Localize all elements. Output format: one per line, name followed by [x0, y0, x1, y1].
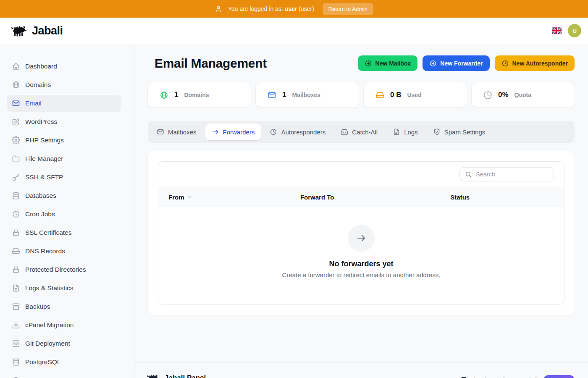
empty-state: No forwarders yet Create a forwarder to …: [158, 207, 564, 304]
empty-state-description: Create a forwarder to redirect emails to…: [282, 271, 441, 278]
edit-icon: [12, 118, 20, 126]
tab-spam-settings[interactable]: Spam Settings: [427, 123, 492, 140]
avatar[interactable]: U: [568, 24, 581, 37]
sidebar-item-git-deployment[interactable]: Git Deployment: [7, 335, 121, 352]
new-forwarder-button[interactable]: New Forwarder: [423, 55, 489, 71]
sidebar-item-label: Backups: [25, 303, 50, 310]
new-mailbox-button[interactable]: New Mailbox: [358, 55, 418, 71]
sidebar-item-label: cPanel Migration: [25, 321, 74, 329]
search-box: [459, 167, 554, 181]
stats-row: 1 Domains 1 Mailboxes 0 B Used 0% Quota: [148, 82, 575, 108]
sidebar-item-partial[interactable]: [7, 372, 121, 378]
sidebar-item-ssl-certificates[interactable]: SSL Certificates: [7, 224, 121, 241]
folder-icon: [12, 155, 20, 163]
column-header-status: Status: [440, 194, 564, 201]
footer-brand-name: Jabali Panel: [165, 374, 206, 378]
gear-icon: [12, 136, 20, 144]
sidebar-item-php-settings[interactable]: PHP Settings: [7, 132, 121, 149]
tab-catch-all[interactable]: Catch-All: [334, 123, 384, 140]
file-text-icon: [12, 284, 20, 292]
clock-icon: [501, 60, 509, 67]
column-header-from[interactable]: From: [158, 194, 290, 201]
sidebar-item-label: PostgreSQL: [25, 358, 60, 366]
tab-mailboxes[interactable]: Mailboxes: [150, 123, 203, 140]
sidebar-item-label: Git Deployment: [25, 340, 70, 347]
sidebar-item-postgresql[interactable]: PostgreSQL: [7, 354, 121, 370]
mail-icon: [268, 91, 276, 100]
file-text-icon: [393, 128, 400, 136]
sidebar-item-label: Protected Directories: [25, 266, 86, 273]
footer-right: GitHub · © 2026 Jabali v0.9-rc42: [460, 375, 575, 378]
tab-forwarders[interactable]: Forwarders: [205, 123, 261, 140]
boar-logo-icon: [146, 373, 160, 378]
globe-icon: [160, 91, 168, 100]
sidebar-item-label: DNS Records: [25, 247, 65, 255]
sidebar-item-label: PHP Settings: [25, 136, 64, 144]
sidebar-item-wordpress[interactable]: WordPress: [7, 113, 121, 130]
sidebar-item-label: Email: [25, 100, 42, 107]
sidebar-item-label: SSL Certificates: [25, 229, 72, 236]
brand-name: Jabali: [32, 24, 63, 37]
stat-label: Used: [407, 92, 421, 98]
tab-bar: Mailboxes Forwarders Autoresponders Catc…: [148, 121, 575, 143]
sidebar-item-email[interactable]: Email: [7, 95, 121, 112]
search-input[interactable]: [475, 171, 549, 178]
stat-card-mailboxes: 1 Mailboxes: [256, 82, 359, 108]
sidebar-item-ssh-sftp[interactable]: SSH & SFTP: [7, 169, 121, 186]
sidebar-item-label: File Manager: [25, 155, 63, 163]
sidebar-item-file-manager[interactable]: File Manager: [7, 150, 121, 167]
sidebar-item-label: Cron Jobs: [25, 210, 55, 218]
hard-drive-icon: [375, 91, 384, 100]
sidebar-item-logs-statistics[interactable]: Logs & Statistics: [7, 280, 121, 297]
login-message: You are logged in as: user (user): [228, 5, 314, 12]
sidebar-item-cpanel-migration[interactable]: cPanel Migration: [7, 317, 121, 333]
new-autoresponder-button[interactable]: New Autoresponder: [495, 55, 575, 71]
footer: Jabali Panel GitHub · © 2026 Jabali v0.9…: [134, 362, 588, 378]
sidebar-item-cron-jobs[interactable]: Cron Jobs: [7, 206, 121, 223]
sidebar-item-protected-directories[interactable]: Protected Directories: [7, 261, 121, 278]
key-icon: [12, 173, 20, 181]
mail-icon: [12, 99, 20, 108]
login-username: user: [285, 5, 297, 12]
stat-label: Mailboxes: [292, 92, 320, 98]
archive-icon: [12, 302, 20, 311]
stat-value: 1: [282, 91, 286, 99]
lock-icon: [12, 228, 20, 237]
sidebar-item-domains[interactable]: Domains: [7, 76, 121, 93]
forwarders-panel: From Forward To Status No forwarders yet…: [148, 151, 575, 315]
arrow-right-icon: [212, 128, 219, 136]
chevron-down-icon: [187, 194, 193, 200]
sidebar-item-backups[interactable]: Backups: [7, 298, 121, 315]
home-icon: [12, 62, 20, 71]
brand: Jabali: [10, 24, 63, 37]
stat-card-domains: 1 Domains: [148, 82, 251, 108]
sidebar-item-dns-records[interactable]: DNS Records: [7, 243, 121, 260]
boar-logo-icon: [10, 24, 28, 37]
table-header: From Forward To Status: [158, 187, 564, 207]
sidebar-item-label: Dashboard: [25, 63, 57, 70]
clock-icon: [12, 210, 20, 218]
search-row: [158, 162, 564, 187]
stat-value: 1: [174, 91, 178, 99]
sidebar-item-label: WordPress: [25, 118, 57, 126]
return-to-admin-button[interactable]: Return to Admin: [323, 3, 373, 15]
code-icon: [12, 339, 20, 348]
tab-logs[interactable]: Logs: [386, 123, 424, 140]
clock-icon: [270, 128, 277, 136]
stat-value: 0 B: [390, 91, 401, 99]
sidebar-item-dashboard[interactable]: Dashboard: [7, 58, 121, 75]
version-badge: v0.9-rc42: [543, 375, 575, 378]
database-icon: [12, 358, 20, 366]
sidebar-item-label: Logs & Statistics: [25, 284, 74, 292]
stat-label: Quota: [514, 92, 531, 98]
empty-state-circle: [348, 225, 375, 252]
footer-brand: Jabali Panel: [146, 373, 206, 378]
header: Jabali U: [0, 18, 588, 44]
tab-autoresponders[interactable]: Autoresponders: [263, 123, 332, 140]
stat-value: 0%: [498, 91, 509, 99]
language-flag-icon[interactable]: [552, 27, 562, 34]
lock-icon: [12, 265, 20, 274]
sidebar-item-databases[interactable]: Databases: [7, 187, 121, 204]
sidebar-nav: Dashboard Domains Email WordPress PHP Se…: [7, 58, 121, 378]
forwarders-table-card: From Forward To Status No forwarders yet…: [158, 161, 564, 305]
